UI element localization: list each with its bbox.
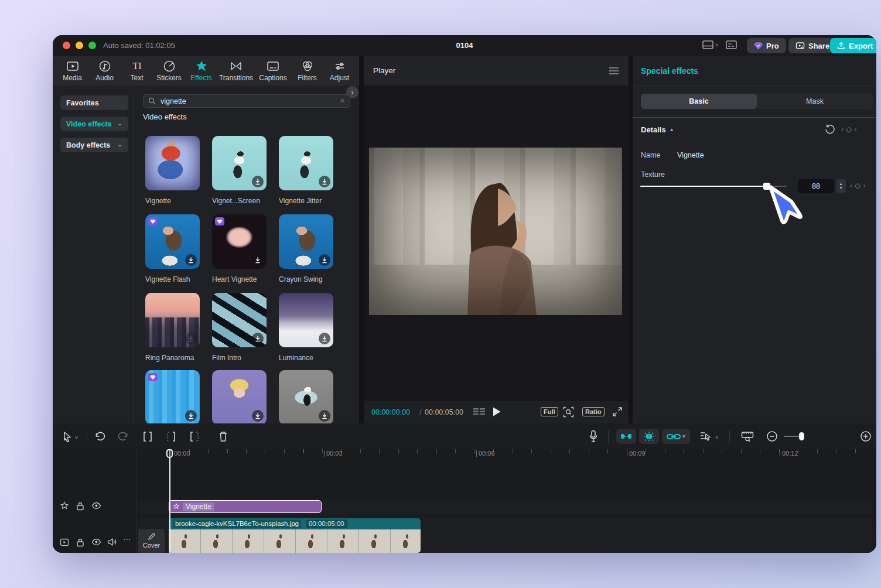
frame-view-icon[interactable] (473, 408, 486, 417)
effects-library-panel: Media Audio TI Text Stickers Effects Tra… (53, 56, 359, 423)
player-menu-icon[interactable] (609, 66, 619, 74)
select-tool-icon[interactable] (62, 431, 73, 442)
share-button[interactable]: Share (788, 38, 836, 53)
clear-search-icon[interactable]: ✕ (340, 97, 345, 105)
track-select-icon[interactable] (699, 430, 712, 442)
full-button[interactable]: Full (541, 407, 558, 416)
effect-thumb-crayon-swing[interactable] (279, 214, 333, 269)
preview-frame-toggle[interactable]: ! (639, 429, 659, 444)
download-icon (319, 333, 330, 344)
tab-effects[interactable]: Effects (185, 60, 217, 82)
panel-divider (134, 90, 134, 423)
details-toggle[interactable]: Details ▲ (641, 125, 674, 134)
texture-keyframe-controls[interactable]: ‹◇› (850, 181, 866, 190)
pro-button[interactable]: Pro (747, 38, 786, 53)
magnetic-snap-toggle[interactable] (616, 429, 636, 444)
effect-thumb-vignette-flash[interactable] (145, 214, 200, 269)
cover-button[interactable]: Cover (138, 529, 165, 553)
split-icon[interactable] (141, 431, 154, 442)
effect-thumb[interactable] (145, 370, 200, 423)
fullscreen-icon[interactable] (612, 406, 623, 417)
effect-thumb-ring-panaroma[interactable] (145, 293, 200, 347)
texture-stepper[interactable]: ▲▼ (836, 179, 846, 193)
player-layout-icon[interactable] (702, 39, 715, 51)
auto-link-toggle[interactable]: ˅ (662, 429, 690, 444)
effect-thumb-vignette-screen[interactable] (212, 136, 267, 190)
ratio-button[interactable]: Ratio (582, 407, 605, 416)
inspector-panel: Special effects Basic Mask Details ▲ ‹◇›… (633, 56, 876, 423)
clip-duration-badge: 00:00:05:00 (306, 519, 347, 528)
chevron-down-icon: ˅ (682, 433, 685, 439)
search-input[interactable] (159, 97, 336, 106)
video-clip[interactable]: brooke-cagle-kvKSL7B6eTo-unsplash.jpg 00… (169, 518, 421, 553)
tab-audio[interactable]: Audio (88, 60, 121, 82)
undo-icon[interactable] (94, 431, 106, 442)
timeline-ruler[interactable] (170, 449, 873, 453)
divider (729, 430, 730, 443)
zoom-in-icon[interactable] (860, 430, 872, 442)
export-icon (837, 42, 845, 50)
redo-icon[interactable] (117, 431, 129, 442)
tab-basic[interactable]: Basic (641, 94, 757, 109)
chevron-down-icon[interactable]: ˅ (715, 435, 718, 440)
effect-thumb-film-intro[interactable] (212, 293, 267, 347)
ruler-label: 00:00 (172, 450, 190, 457)
sidebar-item-favorites[interactable]: Favorites (60, 95, 128, 110)
stepper-up-icon[interactable]: ▲ (839, 182, 843, 186)
split-right-icon[interactable] (188, 431, 201, 442)
split-left-icon[interactable] (165, 431, 177, 442)
zoom-out-icon[interactable] (766, 430, 778, 442)
more-options-icon[interactable]: ⋯ (123, 535, 131, 543)
app-window: Auto saved: 01:02:05 0104 ˅ Pro Share Ex… (53, 35, 876, 553)
play-button[interactable] (492, 406, 501, 417)
player-panel: Player 00:00:00:00 / 00:00:05:00 (364, 56, 629, 423)
tab-stickers[interactable]: Stickers (153, 60, 185, 82)
effect-thumb[interactable] (212, 370, 267, 423)
share-icon (795, 42, 805, 50)
effect-clip-vignette[interactable]: Vignette (169, 500, 322, 513)
titlebar: Auto saved: 01:02:05 0104 ˅ Pro Share Ex… (53, 35, 876, 56)
panel-layout-icon[interactable] (725, 39, 738, 51)
stepper-down-icon[interactable]: ▼ (839, 186, 843, 190)
effects-search[interactable]: ✕ (143, 94, 350, 108)
effect-thumb-vignette-jitter[interactable] (279, 136, 333, 190)
tab-text[interactable]: TI Text (121, 60, 153, 82)
playhead-line[interactable] (169, 449, 170, 553)
tab-mask[interactable]: Mask (757, 94, 873, 109)
sidebar-item-body-effects[interactable]: Body effects⌄ (60, 138, 128, 152)
playhead-handle[interactable] (166, 449, 173, 458)
effect-thumb-luminance[interactable] (279, 293, 333, 347)
timeline-toolbar: ˅ ! ˅ ˅ (53, 423, 876, 450)
timeline-zoom-slider[interactable] (784, 436, 804, 437)
tab-filters[interactable]: Filters (291, 60, 323, 82)
effect-thumb[interactable] (279, 370, 333, 423)
preview-quality-icon[interactable] (563, 406, 574, 418)
effect-thumb-heart-vignette[interactable] (212, 214, 267, 269)
export-button[interactable]: Export (830, 38, 876, 53)
lock-icon[interactable] (76, 538, 84, 547)
ruler-label: 00:12 (780, 450, 798, 457)
select-tool-chevron-icon[interactable]: ˅ (75, 435, 78, 440)
details-keyframe-controls[interactable]: ‹◇› (841, 125, 857, 134)
visibility-icon[interactable] (91, 502, 101, 510)
reset-icon[interactable] (824, 124, 835, 135)
svg-text:TI: TI (132, 61, 141, 71)
zoom-slider-thumb[interactable] (799, 432, 804, 440)
mute-icon[interactable] (107, 538, 117, 546)
microphone-icon[interactable] (589, 430, 598, 443)
layout-chevron-icon[interactable]: ˅ (715, 42, 718, 48)
pro-badge-icon (148, 373, 158, 381)
tab-adjust[interactable]: Adjust (323, 60, 356, 82)
lock-icon[interactable] (76, 501, 84, 511)
clip-filename: brooke-cagle-kvKSL7B6eTo-unsplash.jpg (173, 519, 301, 528)
tab-media[interactable]: Media (56, 60, 88, 82)
tab-captions[interactable]: Captions (255, 60, 291, 82)
visibility-icon[interactable] (91, 538, 101, 546)
delete-icon[interactable] (218, 430, 228, 442)
effect-label: Vignet...Screen (212, 197, 271, 205)
sidebar-item-video-effects[interactable]: Video effects⌄ (60, 117, 128, 131)
pro-label: Pro (766, 42, 779, 50)
timeline-preview-icon[interactable] (741, 430, 754, 442)
effect-thumb-vignette[interactable] (145, 136, 200, 190)
tab-transitions[interactable]: Transitions (217, 60, 255, 82)
